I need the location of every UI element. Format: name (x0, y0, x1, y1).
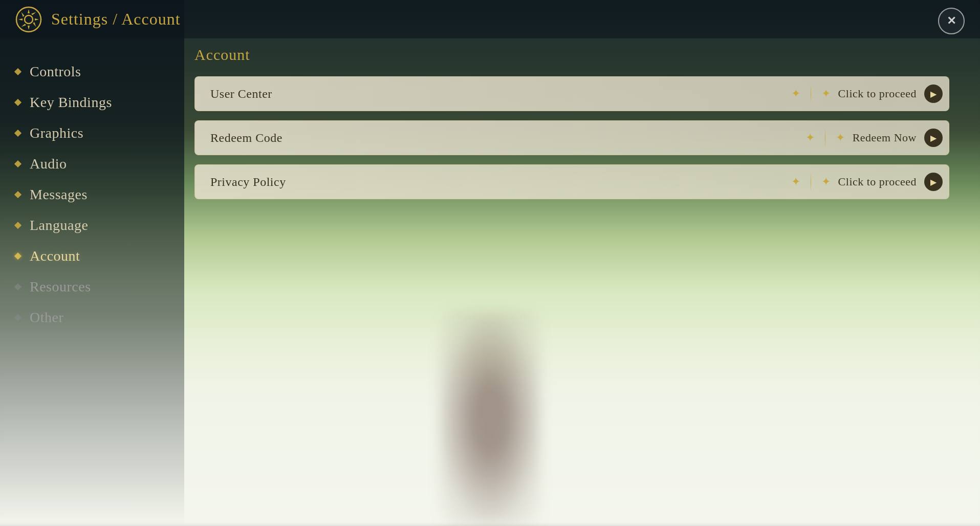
redeem-code-row[interactable]: Redeem Code ✦ ✦ Redeem Now ▶ (194, 120, 949, 155)
sidebar-bullet-key-bindings (14, 99, 21, 106)
sidebar-item-language[interactable]: Language (15, 210, 169, 241)
redeem-code-star: ✦ (805, 131, 815, 144)
close-button[interactable]: ✕ (938, 8, 965, 34)
sidebar-bullet-messages (14, 191, 21, 198)
user-center-arrow: ▶ (924, 85, 943, 103)
sidebar-bullet-audio (14, 160, 21, 167)
sidebar-bullet-language (14, 222, 21, 229)
sidebar-label-other: Other (30, 309, 63, 326)
redeem-code-label: Redeem Code (195, 131, 798, 145)
header-title: Settings / Account (51, 10, 181, 29)
sidebar-item-audio[interactable]: Audio (15, 149, 169, 179)
privacy-policy-label: Privacy Policy (195, 175, 783, 189)
sidebar-label-resources: Resources (30, 279, 91, 295)
sidebar-label-controls: Controls (30, 64, 81, 80)
redeem-code-divider (825, 128, 825, 148)
sidebar: Controls Key Bindings Graphics Audio Mes… (0, 46, 184, 343)
redeem-code-action: Redeem Now (853, 131, 924, 144)
sidebar-bullet-other (14, 314, 21, 321)
privacy-policy-arrow: ▶ (924, 173, 943, 191)
sidebar-item-controls[interactable]: Controls (15, 56, 169, 87)
user-center-row[interactable]: User Center ✦ ✦ Click to proceed ▶ (194, 76, 949, 111)
redeem-code-arrow: ▶ (924, 129, 943, 147)
user-center-star2: ✦ (821, 87, 831, 100)
sidebar-label-language: Language (30, 217, 88, 234)
sidebar-bullet-resources (14, 283, 21, 290)
sidebar-label-key-bindings: Key Bindings (30, 94, 112, 111)
main-content: Account User Center ✦ ✦ Click to proceed… (194, 46, 949, 208)
sidebar-label-messages: Messages (30, 186, 88, 203)
header: Settings / Account (0, 0, 980, 38)
privacy-policy-divider (811, 172, 811, 192)
user-center-action: Click to proceed (838, 87, 924, 100)
sidebar-item-messages[interactable]: Messages (15, 179, 169, 210)
sidebar-bullet-graphics (14, 130, 21, 137)
privacy-policy-star: ✦ (791, 175, 800, 188)
sidebar-bullet-controls (14, 68, 21, 75)
user-center-label: User Center (195, 87, 783, 101)
sidebar-item-key-bindings[interactable]: Key Bindings (15, 87, 169, 118)
gear-icon (15, 6, 42, 33)
user-center-divider (811, 83, 811, 104)
redeem-code-star2: ✦ (836, 131, 845, 144)
close-icon: ✕ (947, 14, 956, 28)
privacy-policy-row[interactable]: Privacy Policy ✦ ✦ Click to proceed ▶ (194, 164, 949, 199)
user-center-star: ✦ (791, 87, 800, 100)
character-silhouette (439, 311, 541, 526)
sidebar-item-graphics[interactable]: Graphics (15, 118, 169, 149)
sidebar-item-resources[interactable]: Resources (15, 271, 169, 302)
privacy-policy-star2: ✦ (821, 175, 831, 188)
section-title: Account (194, 46, 949, 64)
privacy-policy-action: Click to proceed (838, 175, 924, 188)
sidebar-item-other[interactable]: Other (15, 302, 169, 333)
sidebar-label-graphics: Graphics (30, 125, 83, 141)
sidebar-label-audio: Audio (30, 156, 67, 172)
sidebar-bullet-account (14, 253, 21, 260)
sidebar-label-account: Account (30, 248, 80, 264)
sidebar-item-account[interactable]: Account (15, 241, 169, 271)
